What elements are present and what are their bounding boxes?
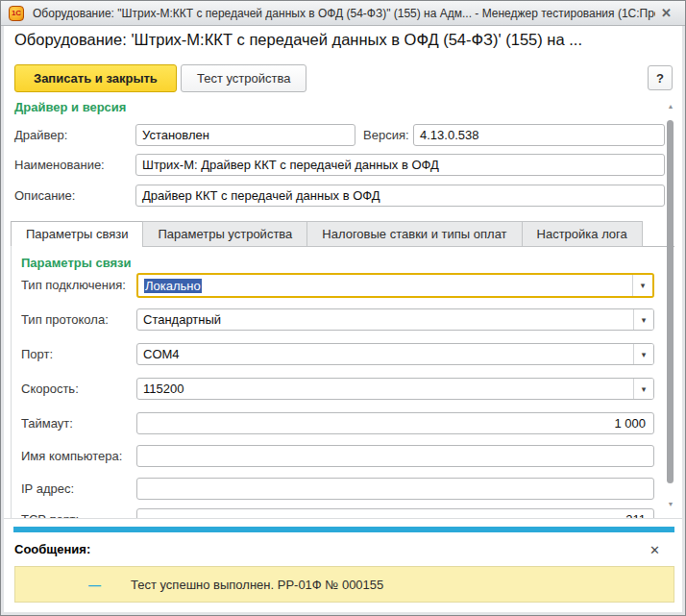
messages-splitter-handle[interactable] xyxy=(13,527,674,532)
tcp-port-label: TCP порт: xyxy=(21,512,79,518)
title-bar: 1С Оборудование: "Штрих-М:ККТ с передаче… xyxy=(1,1,685,26)
connection-params-panel: Параметры связи Тип подключения: Локальн… xyxy=(11,246,674,518)
window-frame-right xyxy=(682,26,685,615)
chevron-down-icon[interactable]: ▾ xyxy=(633,344,653,364)
ip-address-label: IP адрес: xyxy=(21,481,74,496)
help-button[interactable]: ? xyxy=(648,65,673,90)
driver-section-header: Драйвер и версия xyxy=(14,100,126,114)
description-field[interactable]: Драйвер ККТ с передачей данных в ОФД xyxy=(135,185,665,207)
connection-type-combobox[interactable]: Локально ▾ xyxy=(136,273,654,298)
ip-address-field[interactable] xyxy=(136,478,654,500)
tab-log-settings[interactable]: Настройка лога xyxy=(522,221,643,247)
1c-logo-icon: 1С xyxy=(9,6,24,21)
computer-name-field[interactable] xyxy=(136,445,654,467)
test-device-button[interactable]: Тест устройства xyxy=(181,64,306,92)
protocol-type-value: Стандартный xyxy=(143,312,221,327)
window-close-icon[interactable]: ✕ xyxy=(655,6,677,20)
connection-type-selected-text: Локально xyxy=(144,279,202,293)
messages-header: Сообщения: xyxy=(14,542,90,556)
version-field[interactable]: 4.13.0.538 xyxy=(413,124,665,146)
tab-connection-params[interactable]: Параметры связи xyxy=(11,221,143,247)
window-title: Оборудование: "Штрих-М:ККТ с передачей д… xyxy=(33,7,655,20)
speed-label: Скорость: xyxy=(21,382,79,396)
page-title: Оборудование: 'Штрих-М:ККТ с передачей д… xyxy=(14,31,582,49)
tab-device-params[interactable]: Параметры устройства xyxy=(142,221,307,247)
message-bullet-icon: — xyxy=(88,578,101,592)
connection-type-label: Тип подключения: xyxy=(21,278,126,292)
timeout-label: Таймаут: xyxy=(21,416,73,431)
chevron-down-icon[interactable]: ▾ xyxy=(632,275,652,296)
message-item[interactable]: — Тест успешно выполнен. РР-01Ф № 000155 xyxy=(14,566,674,603)
protocol-type-combobox[interactable]: Стандартный ▾ xyxy=(136,308,654,331)
version-label: Версия: xyxy=(363,128,409,142)
message-text: Тест успешно выполнен. РР-01Ф № 000155 xyxy=(131,578,383,592)
chevron-down-icon[interactable]: ▾ xyxy=(633,379,653,399)
scrollbar-thumb[interactable] xyxy=(667,120,674,483)
timeout-field[interactable]: 1 000 xyxy=(136,412,654,434)
connection-section-header: Параметры связи xyxy=(21,256,132,270)
scroll-down-icon[interactable]: ▼ xyxy=(665,501,676,508)
chevron-down-icon[interactable]: ▾ xyxy=(633,309,653,330)
tcp-port-field[interactable]: 211 xyxy=(136,508,654,518)
form-bottom-divider xyxy=(4,518,682,519)
scroll-up-icon[interactable]: ▲ xyxy=(665,103,676,111)
driver-status-field[interactable]: Установлен xyxy=(135,124,355,146)
speed-combobox[interactable]: 115200 ▾ xyxy=(136,378,654,400)
port-value: COM4 xyxy=(143,347,180,361)
app-window: 1С Оборудование: "Штрих-М:ККТ с передаче… xyxy=(0,0,686,616)
tab-bar: Параметры связи Параметры устройства Нал… xyxy=(11,221,642,247)
port-label: Порт: xyxy=(21,347,53,361)
messages-close-icon[interactable]: ✕ xyxy=(649,543,660,557)
window-frame-left xyxy=(1,26,4,615)
port-combobox[interactable]: COM4 ▾ xyxy=(136,343,654,365)
driver-label: Драйвер: xyxy=(14,128,67,142)
description-label: Описание: xyxy=(14,188,75,203)
name-field[interactable]: Штрих-М: Драйвер ККТ с передачей данных … xyxy=(135,154,665,176)
protocol-type-label: Тип протокола: xyxy=(21,312,109,327)
computer-name-label: Имя компьютера: xyxy=(21,449,122,463)
window-frame-bottom xyxy=(1,612,685,615)
speed-value: 115200 xyxy=(143,382,184,396)
tab-tax-rates[interactable]: Налоговые ставки и типы оплат xyxy=(306,221,522,247)
save-and-close-button[interactable]: Записать и закрыть xyxy=(14,64,177,92)
name-label: Наименование: xyxy=(14,158,105,172)
